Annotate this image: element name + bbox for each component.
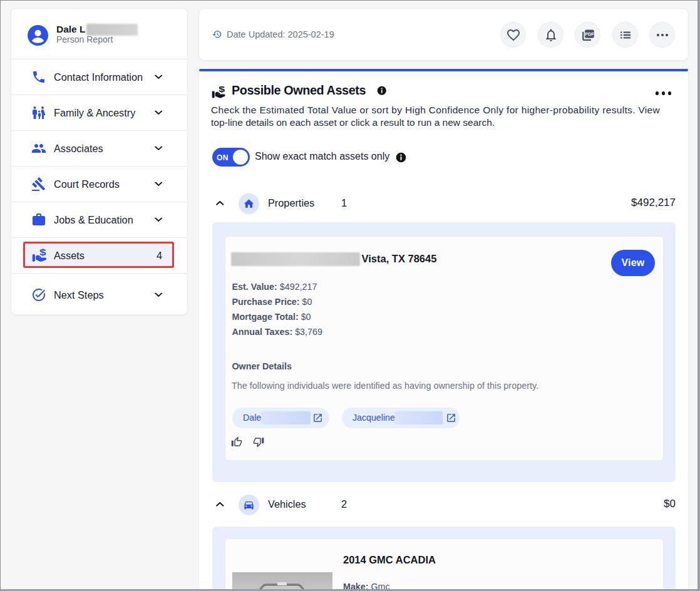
svg-text:$: $ (219, 85, 225, 94)
svg-text:$: $ (39, 248, 46, 257)
svg-text:PDF: PDF (585, 31, 594, 36)
